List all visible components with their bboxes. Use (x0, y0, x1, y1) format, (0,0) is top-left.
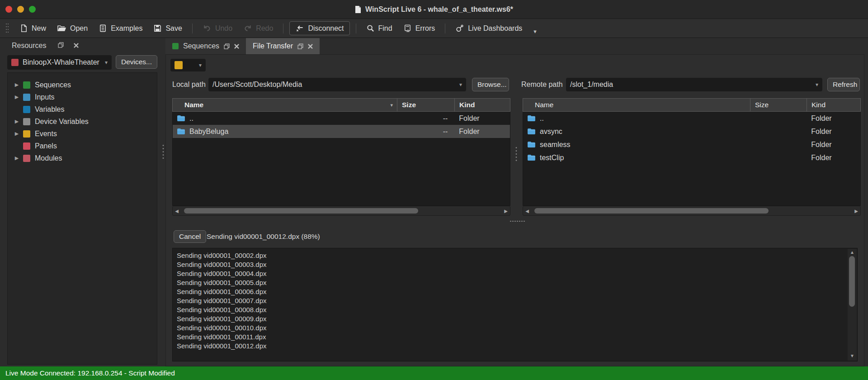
local-path-combo[interactable]: /Users/Scott/Desktop/Media ▾ (208, 78, 466, 91)
live-dashboards-button[interactable]: Live Dashboards (451, 22, 526, 35)
sort-indicator-icon: ▾ (390, 102, 393, 108)
expand-arrow-icon[interactable]: ▶ (12, 94, 21, 100)
expand-arrow-icon[interactable]: ▶ (12, 155, 21, 161)
remote-horizontal-scrollbar[interactable]: ◀ ▶ (523, 206, 861, 216)
column-header-name[interactable]: Name (523, 98, 750, 112)
column-header-kind[interactable]: Kind (455, 98, 510, 112)
resources-tree-item-label: Device Variables (35, 118, 89, 126)
file-row[interactable]: BabyBeluga -- Folder (173, 125, 510, 138)
resources-tree-item[interactable]: ▶ Events (8, 128, 157, 140)
column-header-name[interactable]: Name ▾ (172, 98, 397, 112)
scrollbar-thumb[interactable] (184, 208, 418, 214)
sidebar-splitter-handle[interactable] (162, 144, 164, 160)
tab-file-transfer[interactable]: File Transfer (246, 38, 320, 54)
zoom-window-button[interactable] (29, 6, 36, 13)
refresh-button[interactable]: Refresh (827, 78, 860, 91)
column-header-size[interactable]: Size (397, 98, 455, 112)
remote-file-list: .. Folder avsync Folder seamless Folder (523, 112, 861, 206)
remote-path-combo[interactable]: /slot_1/media ▾ (566, 78, 822, 91)
scroll-down-icon[interactable]: ▼ (848, 353, 857, 360)
file-row[interactable]: seamless Folder (523, 138, 860, 151)
expand-arrow-icon[interactable]: ▶ (12, 119, 21, 124)
float-tab-icon[interactable] (297, 43, 303, 49)
column-header-size[interactable]: Size (750, 98, 807, 112)
close-panel-icon[interactable] (74, 42, 79, 50)
open-button[interactable]: Open (53, 22, 92, 35)
resources-tree-item[interactable]: ▶ Device Variables (8, 115, 157, 128)
redo-button-label: Redo (256, 24, 273, 33)
pane-splitter-handle[interactable] (515, 146, 517, 162)
scrollbar-thumb[interactable] (849, 256, 855, 307)
scroll-left-icon[interactable]: ◀ (173, 209, 181, 214)
scroll-up-icon[interactable]: ▲ (848, 250, 857, 256)
local-path-label: Local path (172, 77, 206, 92)
minimize-window-button[interactable] (17, 6, 24, 13)
scroll-right-icon[interactable]: ▶ (852, 209, 860, 214)
resources-tree-item[interactable]: ▶ Modules (8, 152, 157, 164)
new-button[interactable]: New (15, 22, 50, 35)
cancel-button[interactable]: Cancel (174, 230, 206, 243)
slot-selector[interactable]: ▾ (170, 59, 206, 71)
errors-button[interactable]: Errors (399, 22, 439, 35)
column-header-kind[interactable]: Kind (807, 98, 861, 112)
resources-panel: Resources BinloopX-WhaleTheater ▾ Device… (4, 38, 161, 366)
log-line: Sending vid00001_00005.dpx (177, 278, 845, 287)
resources-tree-item[interactable]: ▶ Variables (8, 103, 157, 115)
scroll-right-icon[interactable]: ▶ (502, 209, 510, 214)
open-button-label: Open (70, 24, 88, 33)
close-tab-icon[interactable] (234, 44, 239, 49)
resources-tree-item[interactable]: ▶ Inputs (8, 91, 157, 103)
examples-list-icon (99, 24, 107, 33)
file-size (750, 125, 807, 138)
disconnect-button[interactable]: Disconnect (289, 21, 349, 35)
scroll-left-icon[interactable]: ◀ (523, 209, 531, 214)
resources-panel-title: Resources (12, 42, 46, 50)
find-button[interactable]: Find (362, 22, 396, 35)
folder-icon (527, 141, 536, 148)
expand-arrow-icon[interactable]: ▶ (12, 82, 21, 88)
document-icon (355, 5, 361, 14)
resources-tree-item[interactable]: ▶ Panels (8, 140, 157, 152)
scrollbar-thumb[interactable] (534, 208, 769, 214)
file-row[interactable]: .. Folder (523, 112, 860, 125)
file-row[interactable]: avsync Folder (523, 125, 860, 138)
title-bar: WinScript Live 6 - whale_of_a_theater.ws… (0, 0, 868, 19)
file-size: -- (397, 112, 455, 125)
resources-tree-item[interactable]: ▶ Sequences (8, 79, 157, 91)
log-vertical-scrollbar[interactable]: ▲ ▼ (848, 249, 857, 361)
file-row[interactable]: testClip Folder (523, 151, 860, 164)
examples-button-label: Examples (111, 24, 142, 33)
redo-button[interactable]: Redo (239, 22, 277, 35)
file-size: -- (397, 125, 455, 138)
undo-button[interactable]: Undo (198, 22, 236, 35)
horizontal-splitter-handle[interactable] (509, 220, 525, 222)
file-kind: Folder (454, 125, 510, 138)
devices-button[interactable]: Devices... (116, 55, 157, 69)
file-name: BabyBeluga (189, 128, 228, 136)
device-selector[interactable]: BinloopX-WhaleTheater ▾ (7, 55, 112, 70)
save-button[interactable]: Save (149, 22, 186, 35)
file-kind: Folder (807, 138, 860, 151)
close-tab-icon[interactable] (308, 44, 313, 49)
log-line: Sending vid00001_00006.dpx (177, 287, 845, 296)
float-tab-icon[interactable] (224, 43, 230, 49)
close-window-button[interactable] (5, 6, 12, 13)
toolbar-drag-handle[interactable] (5, 23, 9, 34)
examples-button[interactable]: Examples (94, 22, 146, 35)
expand-arrow-icon[interactable]: ▶ (12, 131, 21, 137)
browse-button[interactable]: Browse... (472, 78, 509, 91)
app-window: WinScript Live 6 - whale_of_a_theater.ws… (0, 0, 868, 380)
local-horizontal-scrollbar[interactable]: ◀ ▶ (172, 206, 510, 216)
file-size (750, 138, 807, 151)
folder-icon (527, 154, 536, 161)
float-panel-icon[interactable] (58, 42, 64, 50)
file-name: seamless (540, 141, 571, 149)
file-kind: Folder (807, 151, 860, 164)
chevron-down-icon: ▾ (199, 62, 202, 68)
tab-sequences[interactable]: Sequences (165, 38, 246, 54)
file-row[interactable]: .. -- Folder (173, 112, 510, 125)
toolbar-overflow-icon[interactable]: ▾ (533, 28, 537, 35)
file-size (750, 151, 807, 164)
resource-type-icon (23, 155, 30, 162)
scrollbar-track (531, 206, 852, 215)
